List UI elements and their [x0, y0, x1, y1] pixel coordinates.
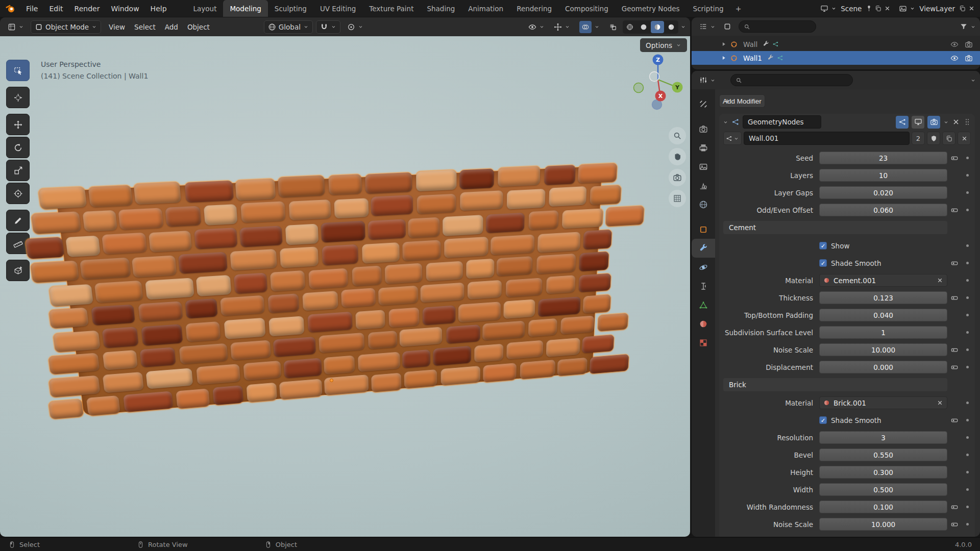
outliner-search[interactable] — [739, 20, 816, 33]
remove-modifier-icon[interactable] — [952, 118, 960, 126]
viewport-canvas[interactable]: User Perspective (141) Scene Collection … — [0, 36, 690, 537]
decorator-dot[interactable] — [966, 296, 969, 299]
editor-type-button[interactable] — [696, 73, 719, 87]
field-layer-gaps[interactable]: 0.020 — [819, 186, 947, 199]
tool-annotate[interactable] — [6, 210, 30, 231]
close-icon[interactable] — [968, 5, 975, 12]
decorator-dot[interactable] — [966, 314, 969, 316]
decorator-dot[interactable] — [966, 279, 969, 282]
xray-toggle[interactable] — [605, 20, 621, 34]
properties-tab-constraints[interactable] — [692, 277, 715, 295]
unlink-material-button[interactable] — [937, 277, 943, 284]
properties-tab-physics[interactable] — [692, 258, 715, 277]
display-render-toggle[interactable] — [927, 116, 940, 129]
workspace-tab-uv-editing[interactable]: UV Editing — [313, 0, 362, 17]
gizmos-dropdown[interactable] — [550, 20, 574, 34]
checkbox-show[interactable] — [819, 242, 827, 249]
field-height[interactable]: 0.300 — [819, 466, 947, 479]
field-bevel[interactable]: 0.550 — [819, 448, 947, 461]
decorator-dot[interactable] — [966, 191, 969, 194]
properties-tab-material[interactable] — [692, 314, 715, 333]
add-workspace-button[interactable]: + — [730, 0, 747, 17]
decorator-dot[interactable] — [966, 523, 969, 525]
menu-edit[interactable]: Edit — [43, 0, 68, 17]
attribute-toggle-button[interactable] — [950, 363, 959, 371]
workspace-tab-rendering[interactable]: Rendering — [510, 0, 558, 17]
workspace-tab-sculpting[interactable]: Sculpting — [268, 0, 313, 17]
field-noise-scale[interactable]: 10.000 — [819, 343, 947, 356]
attribute-toggle-button[interactable] — [950, 259, 959, 267]
decorator-dot[interactable] — [966, 506, 969, 508]
field-seed[interactable]: 23 — [819, 152, 947, 164]
decorator-dot[interactable] — [966, 174, 969, 177]
open-node-editor-button[interactable] — [896, 116, 909, 129]
expand-panel-icon[interactable] — [723, 119, 728, 125]
disable-in-renders-toggle[interactable] — [965, 54, 973, 62]
decorator-dot[interactable] — [966, 348, 969, 351]
workspace-tab-compositing[interactable]: Compositing — [558, 0, 615, 17]
decorator-dot[interactable] — [966, 402, 969, 404]
drag-handle-icon[interactable] — [963, 118, 971, 126]
tool-select-box[interactable] — [6, 60, 30, 81]
checkbox-shade-smooth[interactable] — [819, 416, 827, 424]
chevron-down-icon[interactable] — [970, 78, 976, 83]
decorator-dot[interactable] — [966, 262, 969, 264]
editor-type-button[interactable] — [4, 20, 28, 34]
add-modifier-button[interactable]: Add Modifier — [719, 94, 765, 108]
tool-rotate[interactable] — [6, 137, 30, 158]
properties-tab-world[interactable] — [692, 195, 715, 214]
overlays-dropdown[interactable] — [576, 20, 603, 34]
decorator-dot[interactable] — [966, 209, 969, 211]
field-thickness[interactable]: 0.123 — [819, 291, 947, 304]
shading-solid-shading[interactable] — [637, 21, 650, 33]
mode-selector[interactable]: Object Mode — [31, 20, 101, 34]
close-icon[interactable] — [884, 5, 891, 12]
decorator-dot[interactable] — [966, 366, 969, 368]
browse-node-group-button[interactable] — [723, 132, 742, 145]
properties-tab-render[interactable] — [692, 119, 715, 138]
overlays-toggle[interactable] — [579, 21, 592, 33]
workspace-tab-animation[interactable]: Animation — [461, 0, 510, 17]
axis-neg-x[interactable] — [650, 72, 659, 82]
workspace-tab-texture-paint[interactable]: Texture Paint — [362, 0, 420, 17]
menu-add[interactable]: Add — [160, 20, 183, 34]
workspace-tab-shading[interactable]: Shading — [420, 0, 461, 17]
tool-move[interactable] — [6, 114, 30, 135]
decorator-dot[interactable] — [966, 244, 969, 247]
field-width[interactable]: 0.500 — [819, 483, 947, 496]
hide-in-viewport-toggle[interactable] — [950, 40, 959, 48]
field-subdivision-surface-level[interactable]: 1 — [819, 326, 947, 339]
viewlayer-selector[interactable]: ViewLayer — [899, 5, 975, 13]
workspace-tab-layout[interactable]: Layout — [187, 0, 224, 17]
field-displacement[interactable]: 0.000 — [819, 361, 947, 373]
nav-orthographic-grid[interactable] — [669, 190, 686, 207]
tool-cursor[interactable] — [6, 87, 30, 108]
nav-zoom[interactable] — [669, 127, 686, 144]
decorator-dot[interactable] — [966, 436, 969, 439]
properties-tab-object[interactable] — [692, 220, 715, 239]
field-width-randomness[interactable]: 0.100 — [819, 500, 947, 513]
field-top-bottom-padding[interactable]: 0.040 — [819, 309, 947, 321]
nav-camera-view[interactable] — [669, 169, 686, 186]
outliner-search-input[interactable] — [753, 23, 811, 31]
shading-dropdown-icon[interactable] — [680, 24, 686, 30]
new-node-group-button[interactable] — [942, 132, 955, 145]
visibility-dropdown[interactable] — [525, 20, 548, 34]
unlink-material-button[interactable] — [937, 399, 943, 406]
tool-scale[interactable] — [6, 160, 30, 181]
copy-icon[interactable] — [875, 5, 881, 12]
decorator-dot[interactable] — [966, 419, 969, 421]
navigation-gizmo[interactable]: Z Y X — [625, 46, 690, 113]
snap-toggle[interactable] — [316, 20, 340, 34]
subpanel-header-brick[interactable]: Brick — [723, 378, 947, 391]
properties-tab-texture[interactable] — [692, 333, 715, 352]
menu-window[interactable]: Window — [105, 0, 144, 17]
shading-rendered-shading[interactable] — [665, 21, 678, 33]
disable-in-renders-toggle[interactable] — [965, 40, 973, 48]
modifier-name-field[interactable]: GeometryNodes — [743, 115, 821, 129]
properties-tab-modifiers[interactable] — [692, 239, 715, 258]
attribute-toggle-button[interactable] — [950, 294, 959, 302]
menu-file[interactable]: File — [20, 0, 43, 17]
attribute-toggle-button[interactable] — [950, 346, 959, 354]
decorator-dot[interactable] — [966, 454, 969, 456]
